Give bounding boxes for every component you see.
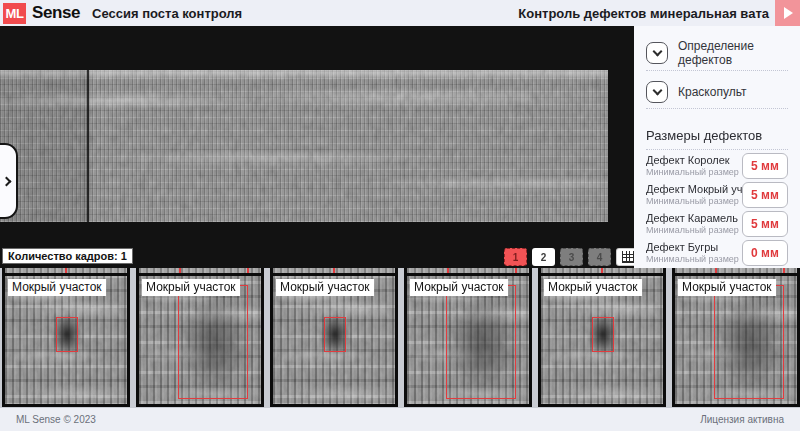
frame-pagination: 1 2 3 4 (504, 248, 634, 266)
chevron-right-icon (1, 176, 11, 186)
defect-size-row: Дефект Мокрый участок Минимальный размер… (646, 183, 788, 211)
play-icon (784, 7, 793, 19)
page-button-2[interactable]: 2 (532, 248, 555, 266)
section-paint-sprayer: Краскопульт (646, 80, 788, 104)
camera-stage: Количество кадров: 1 1 2 3 4 (0, 26, 634, 268)
logo-sense-text: Sense (32, 3, 80, 23)
defect-thumbnail-1[interactable]: Мокрый участок (2, 273, 130, 407)
defect-size-value[interactable]: 5 мм (742, 211, 788, 237)
defect-size-value[interactable]: 5 мм (742, 153, 788, 179)
divider (646, 108, 788, 109)
defect-sizes-title: Размеры дефектов (646, 128, 762, 143)
grid-icon (622, 251, 634, 263)
settings-sidebar: Определение дефектов Краскопульт Размеры… (634, 26, 800, 268)
frames-count-label: Количество кадров: 1 (2, 248, 133, 264)
texture-noise (0, 70, 608, 222)
chevron-down-icon (652, 47, 662, 57)
defect-class-label: Мокрый участок (276, 279, 374, 296)
defect-bbox (56, 317, 78, 352)
app-window: ML Sense Сессия поста контроля Контроль … (0, 0, 800, 431)
drawer-expand-button[interactable] (0, 143, 18, 219)
defect-detection-toggle-button[interactable] (646, 42, 668, 64)
page-button-1[interactable]: 1 (504, 248, 527, 266)
license-status: Лицензия активна (700, 414, 784, 425)
defect-size-row: Дефект Карамель Минимальный размер 5 мм (646, 212, 788, 240)
conveyor-frame-image (0, 70, 608, 222)
copyright-text: ML Sense © 2023 (16, 414, 96, 425)
section-label: Краскопульт (678, 85, 746, 99)
defect-bbox (178, 285, 248, 399)
defect-bbox (324, 317, 346, 352)
defect-size-row: Дефект Королек Минимальный размер 5 мм (646, 154, 788, 182)
defect-thumbnail-3[interactable]: Мокрый участок (270, 273, 398, 407)
chevron-down-icon (652, 86, 662, 96)
defect-size-row: Дефект Бугры Минимальный размер 0 мм (646, 241, 788, 269)
section-defect-detection: Определение дефектов (646, 41, 788, 65)
divider (646, 70, 788, 71)
divider (646, 149, 788, 150)
conveyor-seam-line (87, 70, 89, 222)
section-label: Определение дефектов (678, 39, 788, 67)
defect-thumbnail-4[interactable]: Мокрый участок (404, 273, 532, 407)
defect-thumbnail-2[interactable]: Мокрый участок (136, 273, 264, 407)
status-bar: ML Sense © 2023 Лицензия активна (0, 408, 800, 431)
defect-thumbnail-gallery: Мокрый участок Мокрый участок Мокрый уча… (0, 268, 800, 408)
session-title: Сессия поста контроля (92, 6, 242, 21)
defect-thumbnail-6[interactable]: Мокрый участок (672, 273, 800, 407)
defect-bbox (714, 285, 784, 399)
defect-class-label: Мокрый участок (142, 279, 240, 296)
app-logo: ML Sense (0, 3, 80, 24)
start-session-button[interactable] (775, 0, 800, 26)
defect-class-label: Мокрый участок (544, 279, 642, 296)
defect-class-label: Мокрый участок (678, 279, 776, 296)
grid-view-button[interactable] (616, 248, 634, 266)
logo-ml-badge: ML (3, 3, 26, 24)
defect-size-value[interactable]: 0 мм (742, 240, 788, 266)
defect-bbox (592, 317, 614, 352)
top-bar: ML Sense Сессия поста контроля Контроль … (0, 0, 800, 26)
page-button-3[interactable]: 3 (560, 248, 583, 266)
paint-sprayer-toggle-button[interactable] (646, 81, 668, 103)
defect-bbox (446, 285, 516, 399)
defect-class-label: Мокрый участок (410, 279, 508, 296)
control-title: Контроль дефектов минеральная вата (518, 6, 769, 21)
defect-size-value[interactable]: 5 мм (742, 182, 788, 208)
defect-thumbnail-5[interactable]: Мокрый участок (538, 273, 666, 407)
page-button-4[interactable]: 4 (588, 248, 611, 266)
defect-class-label: Мокрый участок (8, 279, 106, 296)
